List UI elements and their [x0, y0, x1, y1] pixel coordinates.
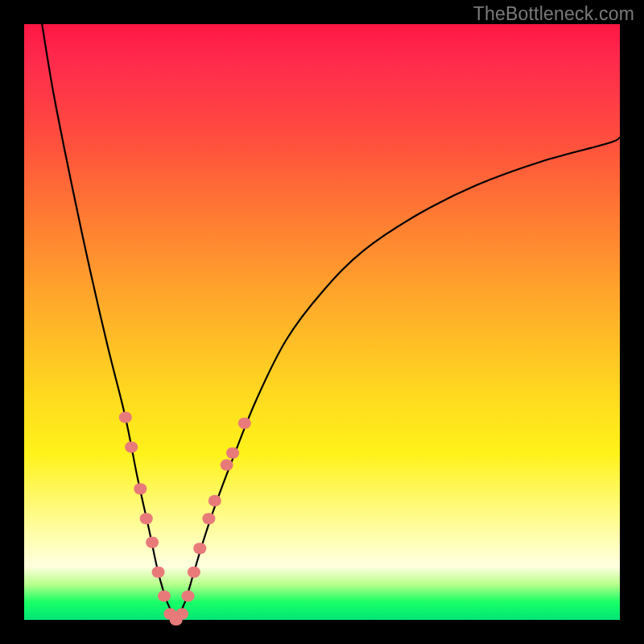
data-marker — [125, 441, 138, 452]
data-marker — [193, 543, 206, 554]
curve-markers — [119, 411, 251, 625]
curve-svg — [24, 24, 620, 620]
data-marker — [226, 448, 239, 459]
data-marker — [221, 460, 233, 471]
data-marker — [152, 567, 165, 578]
watermark-text: TheBottleneck.com — [473, 3, 634, 25]
curve-right-branch — [176, 138, 620, 620]
data-marker — [134, 483, 147, 494]
data-marker — [202, 513, 215, 524]
data-marker — [182, 590, 195, 601]
chart-plot-area — [24, 24, 620, 620]
chart-frame: TheBottleneck.com — [0, 0, 644, 644]
data-marker — [208, 495, 221, 506]
data-marker — [146, 537, 159, 548]
data-marker — [140, 513, 153, 524]
data-marker — [175, 609, 188, 620]
data-marker — [238, 418, 251, 429]
data-marker — [158, 590, 171, 601]
data-marker — [188, 567, 200, 578]
curve-left-branch — [42, 24, 176, 620]
data-marker — [119, 411, 132, 423]
